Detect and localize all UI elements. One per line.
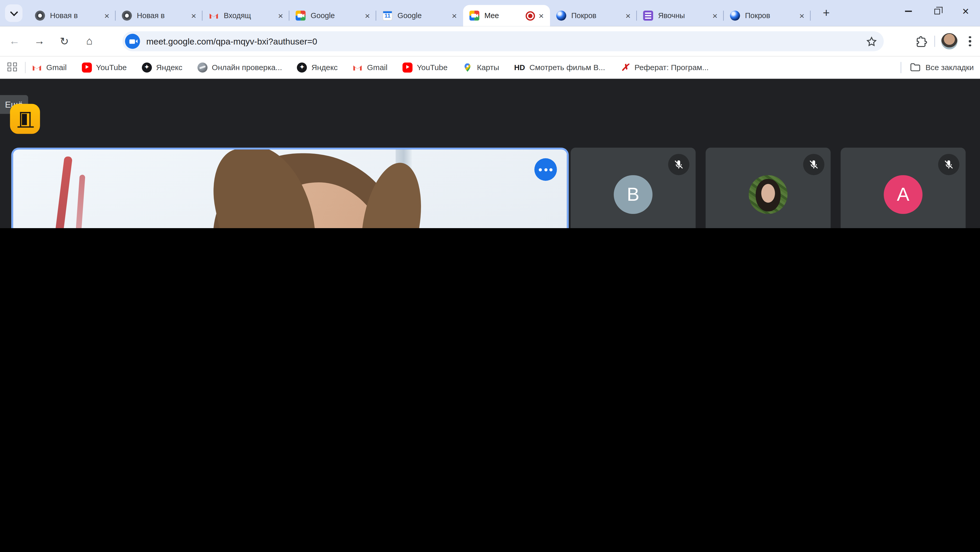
purple-list-icon [643,11,653,21]
profile-avatar[interactable] [941,33,958,49]
bookmark-youtube-2[interactable]: YouTube [402,62,447,72]
close-icon: ✕ [962,6,969,16]
minimize-button[interactable] [894,0,923,22]
back-button[interactable]: ← [4,30,25,52]
divider [900,62,901,73]
browser-toolbar: ← → ↻ ⌂ meet.google.com/qpa-mqyv-bxi?aut… [0,26,980,56]
all-bookmarks-button[interactable]: Все закладки [910,62,974,72]
tab-pokrov-2[interactable]: Покров× [724,5,810,26]
chrome-dark-icon [35,11,45,21]
bookmarks-bar: Gmail YouTube ✦Яндекс Онлайн проверка...… [0,56,980,79]
reload-button[interactable]: ↻ [54,30,75,52]
meet-icon [469,11,479,21]
bookmark-gmail[interactable]: Gmail [32,62,67,72]
door-icon [20,112,30,126]
tab-close-icon[interactable]: × [189,11,199,20]
participant-tile[interactable]: В Великсар Верон... [571,148,696,228]
bookmark-referat[interactable]: ✗Реферат: Програм... [620,62,709,72]
main-video-tile[interactable]: Виталий Тодоров [11,148,569,228]
tile-options-button[interactable] [535,158,557,181]
recording-indicator-icon [525,11,535,20]
divider [934,36,935,47]
new-tab-button[interactable]: + [818,5,835,22]
sphere-icon [730,11,740,21]
bookmark-film[interactable]: HDСмотреть фильм В... [514,62,605,72]
tab-pokrov-1[interactable]: Покров× [550,5,637,26]
bookmark-youtube[interactable]: YouTube [82,62,127,72]
gmail-icon [32,62,42,72]
extensions-icon[interactable] [916,35,928,47]
forward-button[interactable]: → [29,30,50,52]
tab-close-icon[interactable]: × [797,11,807,20]
extension-door-button[interactable] [10,104,40,134]
minimize-icon [905,11,912,12]
meet-page: Ещё Виталий Тодоров В Великсар Верон... [0,79,980,228]
restore-button[interactable] [923,0,951,22]
calendar-icon: 11 [382,11,393,21]
home-button[interactable]: ⌂ [79,30,100,52]
tab-close-icon[interactable]: × [536,11,546,20]
tab-strip: Новая в× Новая в× Входящ× Google× 11Goog… [0,0,980,26]
maps-pin-icon [463,62,473,72]
yandex-icon: ✦ [297,62,307,72]
mic-off-icon [803,154,824,175]
restore-icon [934,8,940,14]
mic-off-icon [938,154,959,175]
yandex-icon: ✦ [142,62,152,72]
bookmark-yandex-2[interactable]: ✦Яндекс [297,62,337,72]
tab-close-icon[interactable]: × [710,11,720,20]
bookmark-gmail-2[interactable]: Gmail [353,62,388,72]
hd-icon: HD [514,62,525,72]
bookmark-maps[interactable]: Карты [463,62,499,72]
gmail-icon [353,62,363,72]
tab-close-icon[interactable]: × [275,11,286,20]
chevron-down-icon [10,8,18,16]
tab-meet-active[interactable]: Mee× [463,5,550,26]
sphere-icon [556,11,566,21]
youtube-icon [82,62,92,72]
participant-tile[interactable]: Mariana Vacarciuc [706,148,830,228]
youtube-icon [402,62,412,72]
browser-menu-icon[interactable] [964,36,976,46]
red-x-icon: ✗ [620,62,630,72]
tab-new-2[interactable]: Новая в× [116,5,202,26]
meet-camera-badge-icon [125,34,140,49]
mic-off-icon [668,154,689,175]
tab-google-calendar[interactable]: 11Google× [376,5,463,26]
tab-new-1[interactable]: Новая в× [29,5,116,26]
bookmark-online-check[interactable]: Онлайн проверка... [197,62,282,72]
divider [25,62,25,73]
tab-google-meet-home[interactable]: Google× [290,5,376,26]
tab-search-button[interactable] [5,5,22,22]
meet-icon [296,11,306,21]
tab-yavochny[interactable]: Явочны× [637,5,724,26]
bookmark-star-icon[interactable] [865,35,877,47]
chrome-dark-icon [122,11,132,21]
screen: Новая в× Новая в× Входящ× Google× 11Goog… [0,0,980,228]
tab-close-icon[interactable]: × [362,11,372,20]
participant-photo [749,175,788,214]
tab-close-icon[interactable]: × [102,11,112,20]
globe-icon [197,62,207,72]
tab-close-icon[interactable]: × [449,11,459,20]
close-window-button[interactable]: ✕ [951,0,980,22]
tab-close-icon[interactable]: × [623,11,633,20]
url-text: meet.google.com/qpa-mqyv-bxi?authuser=0 [146,36,866,46]
address-bar[interactable]: meet.google.com/qpa-mqyv-bxi?authuser=0 [123,31,884,51]
bookmark-yandex[interactable]: ✦Яндекс [142,62,182,72]
apps-grid-icon[interactable] [8,62,18,72]
participant-tile[interactable]: A Ahmet AYTAÇ [841,148,966,228]
tab-gmail[interactable]: Входящ× [203,5,290,26]
gmail-icon [209,11,219,21]
